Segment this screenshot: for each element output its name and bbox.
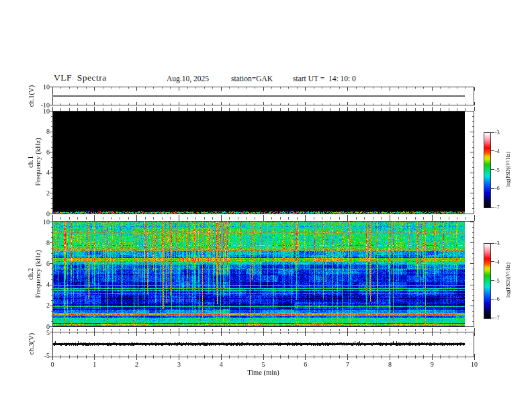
colorbar-tick-label: -7 (495, 315, 500, 321)
ch1-spec-y-tick-label: 2 (30, 189, 50, 197)
colorbar-tick-label: -3 (495, 130, 500, 136)
colorbar-tick-label: -7 (495, 204, 500, 210)
figure-date: Aug.10, 2025 (167, 75, 209, 83)
colorbar-tick-label: -4 (495, 259, 500, 265)
x-tick-label: 5 (253, 361, 273, 369)
ch2-spec-y-tick-label: 6 (30, 260, 50, 268)
ch2-frequency-label: Frequency (kHz) (34, 250, 42, 298)
ch1-spec-y-tick-label: 6 (30, 148, 50, 156)
ch2-spec-y-tick-label: 2 (30, 302, 50, 310)
ch1-spectrogram-axis-label: ch.1 Frequency (kHz) (27, 138, 42, 185)
x-tick-label: 8 (380, 361, 400, 369)
x-tick-label: 3 (169, 361, 189, 369)
colorbar-ch2 (484, 243, 491, 319)
x-tick-label: 9 (422, 361, 442, 369)
x-tick-label: 7 (338, 361, 358, 369)
ch1-spec-y-tick-label: 4 (30, 169, 50, 177)
time-axis-label: Time (min) (230, 369, 297, 376)
x-tick-label: 2 (127, 361, 147, 369)
colorbar-tick-label: -6 (495, 296, 500, 302)
colorbar-tick-label: -3 (495, 240, 500, 246)
ch1-spec-y-tick-label: 0 (30, 210, 50, 218)
ch1-spec-y-tick-label: 8 (30, 128, 50, 136)
ch2-spec-y-tick-label: 8 (30, 239, 50, 247)
ch1-frequency-label: Frequency (kHz) (34, 138, 42, 185)
ch2-channel-label: ch.2 (27, 250, 34, 298)
figure-station: station=GAK (231, 75, 273, 83)
figure-title: VLF Spectra (54, 73, 107, 83)
colorbar-tick-label: -4 (495, 148, 500, 154)
ch1-voltage-y-tick-label: -10 (30, 101, 50, 109)
figure-start-ut: start UT = 14: 10: 0 (293, 75, 356, 83)
ch3-voltage-trace-canvas (52, 340, 465, 347)
ch3-voltage-y-tick-label: 5 (30, 329, 50, 337)
x-tick-label: 0 (42, 361, 62, 369)
ch3-voltage-y-tick-label: -5 (30, 352, 50, 360)
x-tick-label: 1 (85, 361, 105, 369)
ch2-spectrogram-canvas (52, 222, 465, 326)
ch1-spectrogram-canvas (52, 111, 465, 214)
colorbar-tick-label: -6 (495, 185, 500, 191)
colorbar-tick-label: -5 (495, 278, 500, 284)
x-tick-label: 4 (211, 361, 231, 369)
colorbar-tick-label: -5 (495, 167, 500, 173)
ch1-channel-label: ch.1 (27, 138, 34, 185)
x-tick-label: 6 (296, 361, 316, 369)
colorbar-ch2-title: log(PSD)(V²/Hz) (505, 263, 511, 298)
ch2-spec-y-tick-label: 4 (30, 281, 50, 289)
ch1-voltage-y-tick-label: 10 (30, 83, 50, 91)
ch2-spec-y-tick-label: 10 (30, 218, 50, 226)
vlf-spectra-figure: VLF Spectra Aug.10, 2025 station=GAK sta… (0, 0, 532, 411)
colorbar-ch1-title: log(PSD)(V²/Hz) (505, 152, 511, 187)
ch2-spectrogram-axis-label: ch.2 Frequency (kHz) (27, 250, 42, 298)
x-tick-label: 10 (464, 361, 484, 369)
colorbar-ch1 (484, 132, 491, 208)
